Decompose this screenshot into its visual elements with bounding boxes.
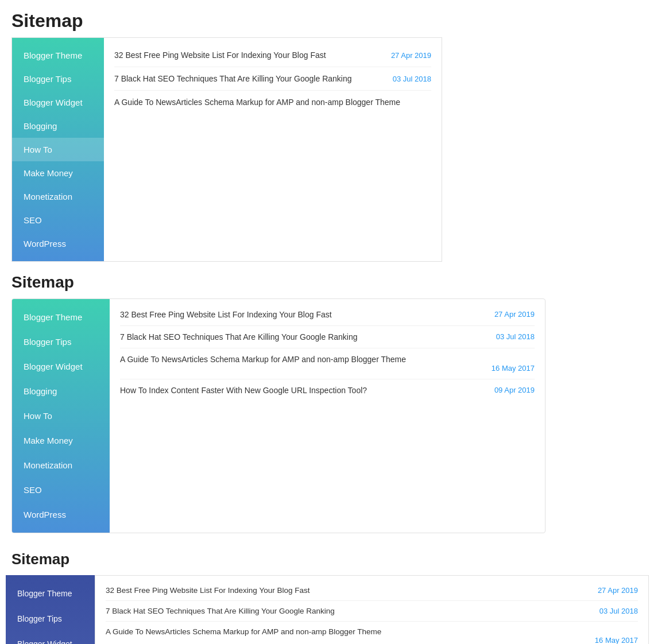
post-title: A Guide To NewsArticles Schema Markup fo… (120, 355, 535, 364)
sidebar-1-item-wordpress[interactable]: WordPress (12, 232, 104, 255)
sidebar-1-item-blogging[interactable]: Blogging (12, 114, 104, 138)
sidebar-1-item-blogger-theme[interactable]: Blogger Theme (12, 44, 104, 67)
post-title: 32 Best Free Ping Website List For Index… (106, 586, 592, 595)
sidebar-2-item-blogger-tips[interactable]: Blogger Tips (12, 329, 110, 354)
sidebar-2-item-blogger-theme[interactable]: Blogger Theme (12, 305, 110, 329)
sidebar-1-item-monetization[interactable]: Monetization (12, 185, 104, 208)
post-title: A Guide To NewsArticles Schema Markup fo… (114, 98, 425, 107)
sidebar-2-item-blogging[interactable]: Blogging (12, 379, 110, 404)
table-row: A Guide To NewsArticles Schema Markup fo… (106, 622, 638, 644)
post-date: 03 Jul 2018 (599, 607, 638, 615)
sidebar-2-item-seo[interactable]: SEO (12, 478, 110, 502)
post-date: 27 Apr 2019 (391, 51, 431, 60)
sidebar-2-item-monetization[interactable]: Monetization (12, 453, 110, 478)
sitemap-3-content: 32 Best Free Ping Website List For Index… (95, 575, 649, 644)
table-row: 7 Black Hat SEO Techniques That Are Kill… (120, 326, 535, 348)
sidebar-1-item-seo[interactable]: SEO (12, 208, 104, 232)
table-row: How To Index Content Faster With New Goo… (120, 379, 535, 401)
sidebar-1-item-blogger-widget[interactable]: Blogger Widget (12, 91, 104, 114)
sitemap-2-container: Blogger Theme Blogger Tips Blogger Widge… (11, 298, 545, 533)
post-title: How To Index Content Faster With New Goo… (120, 386, 489, 395)
sitemap-2-content: 32 Best Free Ping Website List For Index… (110, 299, 545, 533)
sidebar-3-item-blogger-tips[interactable]: Blogger Tips (6, 606, 95, 631)
post-title: 7 Black Hat SEO Techniques That Are Kill… (106, 607, 594, 615)
table-row: 32 Best Free Ping Website List For Index… (114, 44, 431, 67)
post-title: 7 Black Hat SEO Techniques That Are Kill… (114, 74, 387, 83)
table-row: 32 Best Free Ping Website List For Index… (120, 304, 535, 326)
post-title: 7 Black Hat SEO Techniques That Are Kill… (120, 332, 490, 342)
post-title: 32 Best Free Ping Website List For Index… (120, 310, 489, 319)
sidebar-2-item-blogger-widget[interactable]: Blogger Widget (12, 354, 110, 379)
sidebar-1-item-how-to[interactable]: How To (12, 138, 104, 161)
post-date: 27 Apr 2019 (598, 586, 638, 595)
sitemap-2-title: Sitemap (0, 262, 650, 298)
post-date: 16 May 2017 (126, 364, 535, 373)
sidebar-3: Blogger Theme Blogger Tips Blogger Widge… (6, 575, 95, 644)
sidebar-2: Blogger Theme Blogger Tips Blogger Widge… (12, 299, 110, 533)
table-row: 32 Best Free Ping Website List For Index… (106, 580, 638, 601)
sidebar-2-item-how-to[interactable]: How To (12, 404, 110, 428)
sidebar-3-item-blogger-widget[interactable]: Blogger Widget (6, 631, 95, 644)
sidebar-1: Blogger Theme Blogger Tips Blogger Widge… (12, 38, 104, 261)
sidebar-2-item-wordpress[interactable]: WordPress (12, 502, 110, 527)
sitemap-3-outer: Sitemap Blogger Theme Blogger Tips Blogg… (0, 545, 650, 644)
table-row: A Guide To NewsArticles Schema Markup fo… (114, 91, 431, 114)
table-row: 7 Black Hat SEO Techniques That Are Kill… (106, 601, 638, 622)
sidebar-1-item-make-money[interactable]: Make Money (12, 161, 104, 185)
sitemap-1-content: 32 Best Free Ping Website List For Index… (104, 38, 442, 261)
table-row: 7 Black Hat SEO Techniques That Are Kill… (114, 67, 431, 91)
post-date: 03 Jul 2018 (393, 75, 431, 83)
sitemap-1-container: Blogger Theme Blogger Tips Blogger Widge… (11, 37, 442, 262)
sidebar-3-item-blogger-theme[interactable]: Blogger Theme (6, 581, 95, 606)
post-date: 27 Apr 2019 (494, 310, 535, 319)
post-title: 32 Best Free Ping Website List For Index… (114, 51, 385, 60)
sidebar-1-item-blogger-tips[interactable]: Blogger Tips (12, 67, 104, 91)
sitemap-3-container: Blogger Theme Blogger Tips Blogger Widge… (6, 575, 649, 644)
post-date: 16 May 2017 (111, 636, 638, 644)
sitemap-3-title: Sitemap (0, 545, 650, 575)
post-date: 03 Jul 2018 (496, 332, 535, 341)
page-title: Sitemap (0, 0, 650, 37)
post-date: 09 Apr 2019 (494, 386, 535, 394)
post-title: A Guide To NewsArticles Schema Markup fo… (106, 627, 638, 636)
table-row: A Guide To NewsArticles Schema Markup fo… (120, 348, 535, 379)
sidebar-2-item-make-money[interactable]: Make Money (12, 428, 110, 453)
